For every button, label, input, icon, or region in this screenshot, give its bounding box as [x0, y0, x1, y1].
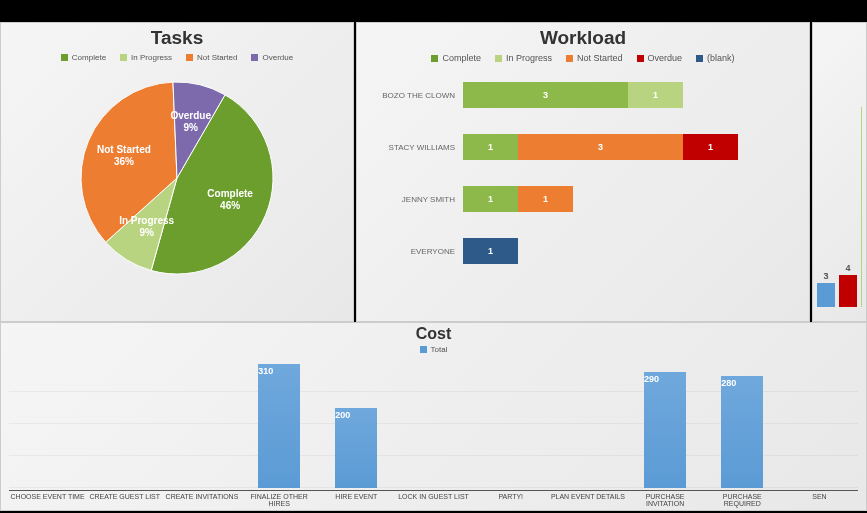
workload-seg: 1: [463, 238, 518, 264]
legend-label: Complete: [442, 53, 481, 63]
workload-row-bars: 1: [463, 238, 791, 264]
workload-row: JENNY SMITH11: [365, 173, 791, 225]
cost-legend: Total: [1, 345, 866, 354]
dashboard: Tasks CompleteIn ProgressNot StartedOver…: [0, 0, 867, 513]
legend-swatch: [637, 55, 644, 62]
cost-legend-label: Total: [431, 345, 448, 354]
cost-col: 280: [704, 360, 781, 488]
cost-col: [86, 360, 163, 488]
cost-col: 200: [318, 360, 395, 488]
right-bar: [839, 275, 857, 307]
legend-swatch: [186, 54, 193, 61]
cost-xaxis-label: FINALIZE OTHER HIRES: [241, 491, 318, 507]
legend-label: Complete: [72, 53, 106, 62]
legend-label: In Progress: [131, 53, 172, 62]
workload-row-name: BOZO THE CLOWN: [365, 91, 463, 100]
cost-xaxis-label: CHOOSE EVENT TIME: [9, 491, 86, 507]
right-cropped-tile: 342511: [812, 22, 867, 322]
legend-item: Not Started: [566, 53, 623, 63]
workload-row-bars: 11: [463, 186, 791, 212]
cost-legend-swatch: [420, 346, 427, 353]
workload-row-name: EVERYONE: [365, 247, 463, 256]
cost-xaxis-label: PLAN EVENT DETAILS: [549, 491, 626, 507]
workload-title: Workload: [357, 23, 809, 53]
legend-swatch: [566, 55, 573, 62]
bottom-row: Cost Total 310200290280 CHOOSE EVENT TIM…: [0, 322, 867, 511]
right-bar-col: 3: [817, 271, 835, 307]
workload-seg: 1: [463, 186, 518, 212]
cost-xaxis-label: PURCHASE REQUIRED: [704, 491, 781, 507]
legend-swatch: [696, 55, 703, 62]
cost-col: [781, 360, 858, 488]
legend-item: In Progress: [120, 53, 172, 62]
legend-swatch: [251, 54, 258, 61]
workload-tile: Workload CompleteIn ProgressNot StartedO…: [356, 22, 810, 322]
tasks-pie-wrap: Complete46%In Progress9%Not Started36%Ov…: [47, 68, 307, 268]
cost-col: [395, 360, 472, 488]
workload-row-name: STACY WILLIAMS: [365, 143, 463, 152]
cost-xaxis-label: SEN: [781, 491, 858, 507]
workload-seg: 1: [683, 134, 738, 160]
legend-label: Overdue: [262, 53, 293, 62]
top-blackbar: [0, 0, 867, 22]
legend-swatch: [120, 54, 127, 61]
cost-plot: 310200290280: [9, 360, 858, 488]
cost-bar-label: 200: [335, 410, 377, 420]
right-bar: [861, 107, 862, 307]
right-bar-label: 4: [845, 263, 850, 273]
legend-swatch: [431, 55, 438, 62]
pie-label: In Progress9%: [112, 215, 182, 239]
cost-bar: 290: [644, 372, 686, 488]
legend-item: Overdue: [637, 53, 683, 63]
pie-label: Complete46%: [195, 188, 265, 212]
cost-col: [163, 360, 240, 488]
legend-item: Overdue: [251, 53, 293, 62]
cost-bar: 310: [258, 364, 300, 488]
workload-row-name: JENNY SMITH: [365, 195, 463, 204]
right-cropped-bars: 342511: [817, 97, 862, 307]
legend-label: Not Started: [577, 53, 623, 63]
cost-col: 310: [241, 360, 318, 488]
legend-item: Not Started: [186, 53, 237, 62]
tasks-title: Tasks: [1, 23, 353, 53]
cost-xaxis-label: HIRE EVENT: [318, 491, 395, 507]
workload-seg: 1: [518, 186, 573, 212]
tasks-tile: Tasks CompleteIn ProgressNot StartedOver…: [0, 22, 354, 322]
cost-bar: 280: [721, 376, 763, 488]
legend-item: In Progress: [495, 53, 552, 63]
legend-swatch: [495, 55, 502, 62]
legend-label: Overdue: [648, 53, 683, 63]
right-bar-col: 25: [861, 97, 862, 307]
cost-xaxis-label: LOCK IN GUEST LIST: [395, 491, 472, 507]
cost-xaxis: CHOOSE EVENT TIMECREATE GUEST LISTCREATE…: [9, 490, 858, 507]
pie-label: Overdue9%: [156, 110, 226, 134]
cost-legend-item: Total: [420, 345, 448, 354]
workload-row-bars: 31: [463, 82, 791, 108]
legend-item: (blank): [696, 53, 735, 63]
legend-label: (blank): [707, 53, 735, 63]
workload-seg: 3: [463, 82, 628, 108]
legend-label: Not Started: [197, 53, 237, 62]
cost-col: [549, 360, 626, 488]
legend-swatch: [61, 54, 68, 61]
right-bar-label: 3: [823, 271, 828, 281]
workload-row: STACY WILLIAMS131: [365, 121, 791, 173]
workload-seg: 3: [518, 134, 683, 160]
workload-row: BOZO THE CLOWN31: [365, 69, 791, 121]
cost-xaxis-label: PARTY!: [472, 491, 549, 507]
cost-tile: Cost Total 310200290280 CHOOSE EVENT TIM…: [0, 322, 867, 511]
workload-body: BOZO THE CLOWN31STACY WILLIAMS131JENNY S…: [357, 69, 809, 277]
right-bar: [817, 283, 835, 307]
legend-item: Complete: [431, 53, 481, 63]
legend-item: Complete: [61, 53, 106, 62]
cost-title: Cost: [1, 323, 866, 345]
workload-legend: CompleteIn ProgressNot StartedOverdue(bl…: [357, 53, 809, 63]
tasks-legend: CompleteIn ProgressNot StartedOverdue: [1, 53, 353, 62]
cost-col: 290: [627, 360, 704, 488]
cost-bar-label: 290: [644, 374, 686, 384]
cost-xaxis-label: CREATE GUEST LIST: [86, 491, 163, 507]
workload-row: EVERYONE1: [365, 225, 791, 277]
workload-row-bars: 131: [463, 134, 791, 160]
cost-xaxis-label: PURCHASE INVITATION: [627, 491, 704, 507]
cost-col: [9, 360, 86, 488]
